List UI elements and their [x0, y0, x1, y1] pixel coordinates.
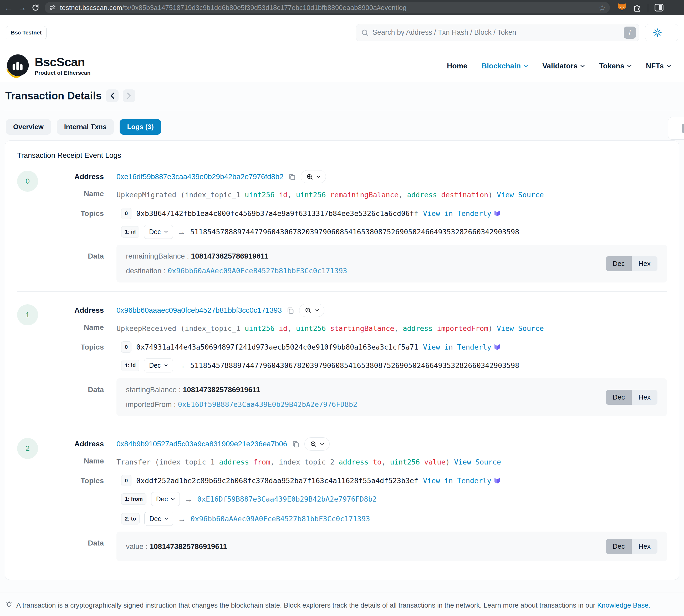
magnify-plus-icon [306, 173, 313, 180]
chevron-down-icon [627, 65, 632, 68]
browser-reload-icon[interactable] [31, 4, 40, 12]
view-in-tenderly-link[interactable]: View in Tenderly [423, 210, 491, 218]
chevron-down-icon [164, 231, 168, 233]
copy-icon[interactable] [287, 306, 294, 314]
tenderly-link-group[interactable]: View in Tenderly [423, 343, 501, 351]
address-filter-button[interactable] [299, 304, 324, 317]
dec-button[interactable]: Dec [606, 256, 632, 271]
magnify-plus-icon [305, 307, 312, 314]
topics-label: Topics [51, 343, 104, 351]
topic-decoded-address-link[interactable]: 0xE16Df59B887e3Caa439E0b29B42bA2e7976FD8… [197, 495, 377, 503]
chevron-down-icon [316, 175, 320, 178]
topic-decoded-value: 5118545788897447796043067820397906085416… [190, 361, 520, 370]
bscscan-logo[interactable]: BscScan Product of Etherscan [5, 53, 90, 79]
topic-hash: 0xb38647142fbb1ea4c000fc4569b37a4e9a9f63… [136, 210, 418, 218]
chevron-down-icon [171, 498, 175, 500]
knowledge-base-link[interactable]: Knowledge Base. [597, 601, 651, 609]
nav-home[interactable]: Home [447, 62, 468, 70]
magnify-plus-icon [310, 441, 317, 447]
topic-decoded-address-link[interactable]: 0x96bb60aAAec09A0FceB4527b81bbF3Cc0c1713… [190, 515, 370, 523]
data-value: 1081473825786919611 [183, 386, 260, 394]
dec-button[interactable]: Dec [606, 390, 632, 405]
toolbar-divider [648, 4, 648, 12]
view-source-link[interactable]: View Source [497, 324, 544, 332]
log-address-link[interactable]: 0x96bb60aaaec09a0fceb4527b81bbf3cc0c1713… [116, 306, 282, 314]
sun-icon [653, 28, 662, 37]
chevron-right-icon [127, 92, 132, 99]
search-bar[interactable]: / [356, 24, 639, 41]
log-entry-0: 0 Address 0xe16df59b887e3caa439e0b29b42b… [17, 170, 667, 283]
topics-label: Topics [51, 210, 104, 218]
theme-toggle-button[interactable] [645, 24, 678, 41]
copy-icon[interactable] [288, 173, 296, 181]
dec-button[interactable]: Dec [606, 539, 632, 554]
chevron-down-icon [666, 65, 671, 68]
topic-format-select[interactable]: Dec [151, 492, 180, 506]
nav-nfts[interactable]: NFTs [646, 62, 671, 70]
arrow-right-icon: → [178, 227, 186, 237]
tab-internal-txns[interactable]: Internal Txns [57, 119, 114, 135]
data-value-address[interactable]: 0x96bb60aAAec09A0FceB4527b81bbF3Cc0c1713… [168, 267, 347, 275]
view-in-tenderly-link[interactable]: View in Tenderly [423, 343, 491, 351]
divider [17, 291, 667, 292]
view-source-link[interactable]: View Source [497, 191, 544, 199]
tab-bar: Overview Internal Txns Logs (3) [0, 110, 684, 135]
data-value-address[interactable]: 0xE16Df59B887e3Caa439E0b29B42bA2e7976FD8… [178, 400, 358, 409]
topic-format-select[interactable]: Dec [144, 225, 173, 239]
topic-index-badge: 2: to [121, 513, 140, 525]
tenderly-link-group[interactable]: View in Tenderly [423, 210, 501, 218]
brand-tagline: Product of Etherscan [35, 70, 90, 76]
extensions-puzzle-icon[interactable] [633, 3, 641, 12]
address-filter-button[interactable] [301, 170, 326, 183]
search-input[interactable] [372, 28, 620, 37]
view-in-tenderly-link[interactable]: View in Tenderly [423, 477, 491, 485]
view-source-link[interactable]: View Source [454, 458, 501, 466]
topic-format-select[interactable]: Dec [144, 512, 173, 526]
copy-icon[interactable] [292, 440, 300, 448]
topics-label: Topics [51, 477, 104, 485]
site-info-icon[interactable] [49, 4, 56, 11]
address-filter-button[interactable] [304, 437, 329, 450]
browser-back-icon[interactable]: ← [4, 3, 13, 12]
prev-txn-button[interactable] [106, 89, 118, 102]
data-box: remainingBalance : 1081473825786919611 d… [116, 245, 667, 283]
arrow-right-icon: → [178, 514, 186, 523]
metamask-icon[interactable] [617, 3, 627, 12]
browser-toolbar: ← → testnet.bscscan.com/tx/0x85b3a147518… [0, 0, 684, 15]
clipped-edge-button[interactable] [668, 117, 684, 140]
topic-index-badge: 1: id [121, 360, 139, 371]
log-address-link[interactable]: 0xe16df59b887e3caa439e0b29b42ba2e7976fd8… [116, 173, 283, 181]
next-txn-button[interactable] [123, 89, 135, 102]
hex-button[interactable]: Hex [632, 539, 658, 554]
hex-button[interactable]: Hex [632, 256, 658, 271]
dec-hex-toggle: Dec Hex [606, 390, 658, 405]
tenderly-link-group[interactable]: View in Tenderly [423, 477, 501, 485]
topic-index-badge: 0 [121, 208, 132, 219]
lightbulb-icon [5, 601, 13, 609]
side-panel-icon[interactable] [655, 4, 663, 12]
topic-decoded-value: 5118545788897447796043067820397906085416… [190, 228, 520, 236]
topic-format-select[interactable]: Dec [144, 358, 173, 372]
tenderly-icon [494, 344, 501, 351]
site-header: Bsc Testnet / [0, 15, 684, 50]
chevron-down-icon [315, 309, 319, 312]
tenderly-icon [494, 210, 501, 217]
data-label: Data [51, 378, 104, 394]
browser-forward-icon[interactable]: → [18, 3, 26, 12]
address-bar[interactable]: testnet.bscscan.com/tx/0x85b3a147518719d… [45, 2, 610, 14]
event-signature: UpkeepMigrated (index_topic_1 uint256 id… [116, 190, 667, 200]
address-label: Address [51, 306, 104, 314]
tab-overview[interactable]: Overview [6, 119, 51, 135]
data-box: value : 1081473825786919611 Dec Hex [116, 532, 667, 561]
hex-button[interactable]: Hex [632, 390, 658, 405]
network-badge[interactable]: Bsc Testnet [6, 26, 47, 39]
event-logs-card: Transaction Receipt Event Logs 0 Address… [5, 140, 679, 580]
tab-logs[interactable]: Logs (3) [120, 119, 161, 135]
nav-validators[interactable]: Validators [542, 62, 585, 70]
bookmark-star-icon[interactable]: ☆ [598, 3, 606, 13]
log-index-badge: 0 [17, 171, 38, 192]
nav-blockchain[interactable]: Blockchain [482, 62, 528, 70]
log-address-link[interactable]: 0x84b9b910527ad5c03a9ca831909e21e236ea7b… [116, 440, 287, 448]
topic-hash: 0x74931a144e43a50694897f241d973aecb5024c… [136, 343, 418, 351]
nav-tokens[interactable]: Tokens [599, 62, 632, 70]
